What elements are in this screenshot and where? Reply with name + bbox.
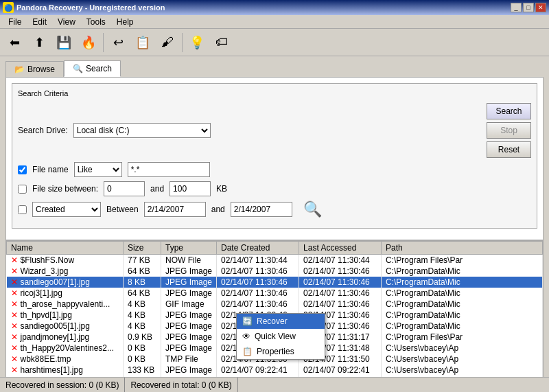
properties-icon: 📋 [242, 347, 253, 356]
menu-file[interactable]: File [3, 16, 27, 28]
session-status: Recovered in session: 0 (0 KB) [0, 378, 125, 392]
file-deleted-icon: ✕ [11, 299, 18, 309]
file-deleted-icon: ✕ [11, 365, 18, 375]
size-to-input[interactable] [170, 181, 211, 196]
col-created[interactable]: Date Created [217, 242, 299, 255]
toolbar-separator2 [182, 33, 183, 52]
tab-area: 📂 Browse 🔍 Search [0, 56, 549, 77]
tab-browse[interactable]: 📂 Browse [5, 61, 64, 77]
quickview-icon: 👁 [242, 332, 250, 341]
search-button[interactable]: Search [487, 103, 531, 119]
paint-button[interactable]: 🖌 [156, 31, 179, 54]
context-properties[interactable]: 📋 Properties [237, 344, 325, 359]
window-title: Pandora Recovery - Unregistered version [16, 3, 165, 12]
file-deleted-icon: ✕ [11, 277, 18, 287]
drive-row: Search Drive: Local disk (C:) Local disk… [18, 103, 531, 158]
filename-checkbox[interactable] [18, 165, 27, 174]
tag-button[interactable]: 🏷 [210, 31, 233, 54]
context-menu: 🔄 Recover 👁 Quick View 📋 Properties [236, 313, 325, 360]
app-icon: 🔵 [3, 2, 14, 13]
browse-tab-label: Browse [27, 65, 55, 74]
date-row: Created Modified Accessed Between and 🔍 [18, 200, 531, 218]
menu-view[interactable]: View [52, 16, 81, 28]
col-accessed[interactable]: Last Accessed [299, 242, 382, 255]
context-quickview[interactable]: 👁 Quick View [237, 329, 325, 344]
table-row[interactable]: ✕ricoj3[1].jpg64 KBJPEG Image02/14/07 11… [7, 288, 543, 299]
file-deleted-icon: ✕ [11, 332, 18, 342]
like-select[interactable]: Like Exact Contains [74, 162, 122, 177]
tab-search[interactable]: 🔍 Search [64, 60, 121, 77]
and-date-label: and [211, 205, 225, 214]
criteria-title: Search Criteria [18, 89, 531, 97]
title-bar: 🔵 Pandora Recovery - Unregistered versio… [0, 0, 549, 15]
recover-label: Recover [257, 316, 288, 326]
size-from-input[interactable] [104, 181, 145, 196]
filename-label: File name [32, 165, 69, 174]
restore-button[interactable]: ↩ [106, 31, 130, 54]
delete-button[interactable]: 🔥 [77, 31, 100, 54]
table-row[interactable]: ✕harshtimes[1].jpg133 KBJPEG Image02/14/… [7, 365, 543, 376]
col-path[interactable]: Path [382, 242, 543, 255]
minimize-button[interactable]: _ [511, 3, 522, 12]
stop-button[interactable]: Stop [487, 122, 531, 139]
table-row[interactable]: ✕Wizard_3.jpg64 KBJPEG Image02/14/07 11:… [7, 266, 543, 277]
file-deleted-icon: ✕ [11, 310, 18, 320]
menu-help[interactable]: Help [111, 16, 139, 28]
toolbar-separator [103, 33, 104, 52]
menu-bar: File Edit View Tools Help [0, 15, 549, 29]
file-deleted-icon: ✕ [11, 288, 18, 298]
search-criteria-box: Search Criteria Search Drive: Local disk… [12, 83, 537, 229]
toolbar: ⬅ ⬆ 💾 🔥 ↩ 📋 🖌 💡 🏷 [0, 29, 549, 56]
date-checkbox[interactable] [18, 205, 27, 214]
total-status: Recovered in total: 0 (0 KB) [125, 378, 237, 392]
recover-icon: 🔄 [242, 316, 253, 326]
search-panel: Search Criteria Search Drive: Local disk… [5, 77, 544, 240]
up-button[interactable]: ⬆ [27, 31, 51, 54]
status-bar: Recovered in session: 0 (0 KB) Recovered… [0, 377, 549, 392]
reset-button[interactable]: Reset [487, 141, 531, 158]
menu-tools[interactable]: Tools [81, 16, 111, 28]
col-name[interactable]: Name [7, 242, 124, 255]
search-tab-label: Search [86, 64, 112, 73]
pattern-input[interactable] [128, 162, 210, 177]
file-deleted-icon: ✕ [11, 354, 18, 364]
menu-edit[interactable]: Edit [27, 16, 52, 28]
file-deleted-icon: ✕ [11, 321, 18, 331]
drive-label: Search Drive: [18, 126, 68, 135]
save-button[interactable]: 💾 [52, 31, 75, 54]
between-label: Between [106, 205, 139, 214]
col-type[interactable]: Type [161, 242, 217, 255]
drive-select[interactable]: Local disk (C:) Local disk (D:) [73, 123, 211, 138]
kb-label: KB [216, 184, 227, 194]
date-from-input[interactable] [144, 202, 206, 217]
copy-button[interactable]: 📋 [131, 31, 154, 54]
table-row[interactable]: ✕sandiego007[1].jpg8 KBJPEG Image02/14/0… [7, 277, 543, 288]
file-deleted-icon: ✕ [11, 266, 18, 276]
table-row[interactable]: ✕th_arose_happyvalenti...4 KBGIF Image02… [7, 299, 543, 310]
back-button[interactable]: ⬅ [3, 31, 26, 54]
quickview-label: Quick View [255, 332, 296, 341]
date-type-select[interactable]: Created Modified Accessed [32, 202, 101, 217]
and-label: and [150, 184, 164, 194]
close-button[interactable]: ✕ [535, 3, 546, 12]
filesize-label: File size between: [32, 184, 98, 194]
search-tab-icon: 🔍 [73, 64, 83, 73]
help-button[interactable]: 💡 [185, 31, 209, 54]
filesize-row: File size between: and KB [18, 181, 531, 196]
file-deleted-icon: ✕ [11, 343, 18, 353]
results-table-container[interactable]: Name Size Type Date Created Last Accesse… [5, 240, 544, 392]
context-recover[interactable]: 🔄 Recover [237, 314, 325, 329]
maximize-button[interactable]: □ [523, 3, 534, 12]
filename-row: File name Like Exact Contains [18, 162, 531, 177]
browse-tab-icon: 📂 [14, 65, 25, 74]
filesize-checkbox[interactable] [18, 185, 27, 194]
col-size[interactable]: Size [124, 242, 161, 255]
file-deleted-icon: ✕ [11, 255, 18, 265]
table-row[interactable]: ✕$FlushFS.Now77 KBNOW File02/14/07 11:30… [7, 255, 543, 266]
properties-label: Properties [257, 347, 294, 356]
search-execute-icon[interactable]: 🔍 [303, 200, 322, 218]
date-to-input[interactable] [231, 202, 292, 217]
